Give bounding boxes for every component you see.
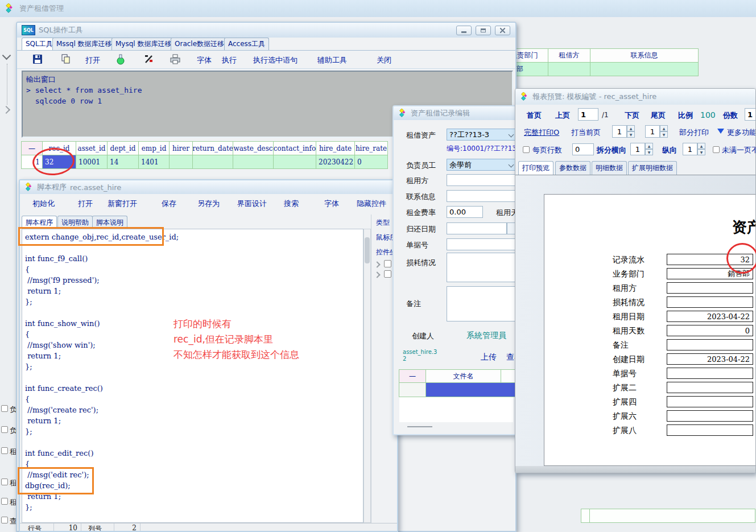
left-collapse-right[interactable] [3,107,9,113]
col-waste-desc[interactable]: waste_desc [233,141,274,155]
bg-bottom-cell-2[interactable] [589,509,755,523]
font-button[interactable]: 字体 [197,55,212,65]
cell-contact-info[interactable] [273,155,316,169]
tree-expander-2[interactable] [375,273,379,277]
print-from-value[interactable]: 1 [612,125,627,138]
spin-up-icon[interactable]: ▲ [697,143,705,149]
spin-down-icon[interactable]: ▼ [660,131,668,138]
cell-asset-id[interactable]: 10001 [76,155,108,169]
copy-button[interactable] [60,53,72,67]
tab-print-preview[interactable]: 打印预览 [518,161,553,175]
close-button[interactable] [495,26,510,35]
report-titlebar[interactable]: 報表預覽: 模板編號 - rec_asset_hire [515,89,755,105]
next-page-button[interactable]: 下页 [625,110,639,121]
print-current-link[interactable]: 打当前页 [571,127,601,138]
restore-button[interactable] [476,26,491,35]
col-hirer[interactable]: hirer [169,141,193,155]
close-tool-button[interactable]: 关闭 [377,55,391,65]
print-to-arrows[interactable]: ▲▼ [660,125,668,138]
col-emp-id[interactable]: emp_id [138,141,170,155]
hirer-input[interactable] [447,174,516,186]
rate-input[interactable]: 0.00 [447,206,483,218]
file-col-minus[interactable]: — [399,369,426,383]
partial-print-link[interactable]: 部分打印 [679,127,709,138]
employee-combo[interactable]: 余學前 [447,159,516,171]
run-button[interactable]: 执行 [222,55,237,65]
file-cell-selected[interactable] [425,382,517,397]
spin-up-icon[interactable]: ▲ [660,125,668,131]
save-as-button[interactable]: 另存为 [197,199,220,209]
tab-sql-tools[interactable]: SQL工具 [22,38,57,50]
wear-textarea[interactable] [447,253,516,282]
prev-page-button[interactable]: 上页 [555,110,570,121]
split-v-value[interactable]: 1 [683,143,697,155]
cut-button[interactable] [143,53,155,67]
resize-handle[interactable] [407,426,432,427]
code-scrollbar[interactable] [363,229,371,523]
cell-emp-id[interactable]: 1401 [138,155,170,169]
cell-waste-desc[interactable] [233,155,274,169]
print-to-value[interactable]: 1 [645,125,660,138]
full-print-link[interactable]: 完整打印O [524,127,559,138]
result-grid-row[interactable]: 1 32 10001 14 1401 20230422 0 [22,155,388,169]
bg-cell-contact[interactable] [590,62,699,76]
asset-combo[interactable]: ??工??13-3 [447,129,516,141]
file-cell-minus[interactable] [399,382,426,397]
copies-input[interactable]: 1 [745,108,756,121]
tab-mssql-migrate[interactable]: Mssql 数据库迁移 [52,38,116,50]
col-hire-rate[interactable]: hire_rate [354,141,388,155]
print-from-arrows[interactable]: ▲▼ [627,125,635,138]
split-h-arrows[interactable]: ▲▼ [645,143,653,155]
file-col-extra[interactable] [501,369,517,383]
col-dept-id[interactable]: dept_id [107,141,139,155]
bg-cell-hirer[interactable] [548,62,590,76]
note-textarea[interactable] [447,286,516,321]
sql-titlebar[interactable]: SQL SQL操作工具 [17,23,515,38]
tab-access-tools[interactable]: Access工具 [224,38,269,50]
init-button[interactable]: 初始化 [32,199,55,209]
col-return-date[interactable]: return_date [192,141,233,155]
open-button[interactable]: 打开 [85,55,100,65]
save-script-button[interactable]: 保存 [162,199,176,209]
spin-up-icon[interactable]: ▲ [627,125,635,131]
minimize-button[interactable] [456,26,472,35]
cell-hirer[interactable] [169,155,193,169]
spin-down-icon[interactable]: ▼ [645,149,653,155]
spin-down-icon[interactable]: ▼ [627,131,635,138]
split-h-value[interactable]: 1 [630,143,645,155]
hide-controls-button[interactable]: 隐藏控件 [357,199,386,209]
doc-no-input[interactable] [447,238,516,250]
contact-input[interactable] [447,190,516,202]
tab-mysql-migrate[interactable]: Mysql 数据库迁移 [111,38,175,50]
col-asset-id[interactable]: asset_id [76,141,108,155]
tab-param-data[interactable]: 参数数据 [555,161,590,175]
tab-detail-data[interactable]: 明细数据 [592,161,627,175]
edit-titlebar[interactable]: 资产租借记录编辑 [394,106,515,120]
last-page-button[interactable]: 尾页 [651,110,666,121]
aux-tools-button[interactable]: 辅助工具 [317,55,347,65]
ui-design-button[interactable]: 界面设计 [237,199,267,209]
file-table-row[interactable] [399,382,517,397]
tree-checkbox-2[interactable] [384,270,391,278]
cell-hire-date[interactable]: 20230422 [316,155,355,169]
search-button[interactable]: 搜索 [284,199,299,209]
col-contact-info[interactable]: contact_info [273,141,316,155]
page-number-input[interactable]: 1 [578,108,598,121]
col-hire-date[interactable]: hire_date [316,141,355,155]
cell-return-date[interactable] [192,155,233,169]
tree-checkbox-1[interactable] [384,260,391,267]
more-functions-link[interactable]: 更多功能 [727,127,756,138]
first-page-button[interactable]: 首页 [527,110,542,121]
split-v-arrows[interactable]: ▲▼ [697,143,705,155]
flask-button[interactable] [115,53,126,67]
save-button[interactable] [32,53,43,67]
spin-up-icon[interactable]: ▲ [645,143,653,149]
nofill-checkbox[interactable] [713,146,720,153]
print-button[interactable] [170,53,181,67]
open-new-window-button[interactable]: 新窗打开 [108,199,137,209]
font-script-button[interactable]: 字体 [324,199,339,209]
rows-per-page-checkbox[interactable] [523,146,530,153]
run-selected-button[interactable]: 执行选中语句 [253,55,298,65]
bg-bottom-cell-1[interactable] [581,509,590,523]
print-from-spinner[interactable]: 1 ▲▼ [612,125,635,138]
